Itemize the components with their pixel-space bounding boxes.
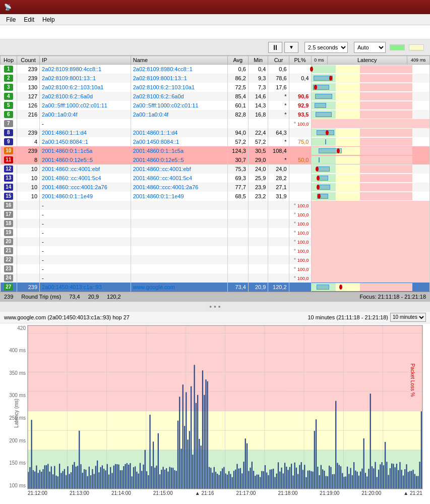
table-row[interactable]: 7-* 100,0 — [1, 119, 430, 128]
status-avg: 73,4 — [69, 294, 80, 300]
status-bar: 239 Round Trip (ms) 73,4 20,9 120,2 Focu… — [0, 292, 430, 302]
graph-time-range: 10 minutes (21:11:18 - 21:21:18) — [308, 314, 388, 320]
menu-edit[interactable]: Edit — [20, 15, 38, 24]
graph-time-select[interactable]: 10 minutes 30 minutes 1 hour — [390, 313, 426, 322]
maximize-button[interactable] — [403, 3, 414, 12]
latency-good-legend — [390, 44, 405, 50]
table-row[interactable]: 23-* 100,0 — [1, 264, 430, 273]
col-cur: Cur — [268, 56, 289, 65]
toolbar: ⏸ ▼ 2.5 seconds 0.5 seconds 1 second 5 s… — [0, 39, 430, 55]
status-count: 239 — [4, 294, 13, 300]
table-row[interactable]: 24-* 100,0 — [1, 273, 430, 283]
col-pl: PL% — [289, 56, 311, 65]
latency-warn-legend — [409, 44, 424, 50]
menu-help[interactable]: Help — [38, 15, 59, 24]
table-row[interactable]: 12102001:4860::cc:4001:ebf2001:4860::cc:… — [1, 164, 430, 174]
table-row[interactable]: 102392001:4860:0:1::1c5a2001:4860:0:1::1… — [1, 146, 430, 155]
app-icon: 📡 — [4, 4, 12, 11]
table-row[interactable]: 19-* 100,0 — [1, 228, 430, 237]
titlebar: 📡 — [0, 0, 430, 14]
pl-axis-title: Packet Loss % — [409, 363, 415, 397]
col-ip: IP — [40, 56, 131, 65]
minimize-button[interactable] — [391, 3, 402, 12]
x-axis: 21:12:00 21:13:00 21:14:00 21:15:00 ▲ 21… — [28, 488, 422, 503]
col-0ms: 0 ms — [311, 56, 327, 65]
interval-select[interactable]: 2.5 seconds 0.5 seconds 1 second 5 secon… — [304, 42, 348, 53]
menu-file[interactable]: File — [2, 15, 20, 24]
divider: • • • — [0, 302, 430, 312]
table-row[interactable]: 17-* 100,0 — [1, 210, 430, 219]
table-row[interactable]: 62162a00::1a0:0:4f2a00::1a0:0:4f82,816,8… — [1, 110, 430, 119]
table-row[interactable]: 272392a00:1450:4013:c1a::93www.google.co… — [1, 283, 430, 292]
graph-title: www.google.com (2a00:1450:4013:c1a::93) … — [4, 314, 130, 320]
graph-area: www.google.com (2a00:1450:4013:c1a::93) … — [0, 312, 430, 505]
table-row[interactable]: 18-* 100,0 — [1, 219, 430, 228]
table-row[interactable]: 21-* 100,0 — [1, 246, 430, 255]
col-name: Name — [131, 56, 227, 65]
col-latency: Latency — [327, 56, 407, 65]
table-row[interactable]: 15102001:4860:0:1::1e492001:4860:0:1::1e… — [1, 192, 430, 201]
table-row[interactable]: 31302a02:8100:6:2::103:10a12a02:8100:6:2… — [1, 83, 430, 92]
table-row[interactable]: 14102001:4860::ccc:4001:2a762001:4860::c… — [1, 183, 430, 192]
table-row[interactable]: 20-* 100,0 — [1, 237, 430, 246]
latency-canvas — [0, 323, 430, 504]
pause-button[interactable]: ⏸ — [268, 42, 282, 53]
promo-bar — [0, 25, 430, 39]
focus-range: Focus: 21:11:18 - 21:21:18 — [360, 294, 426, 300]
col-min: Min — [248, 56, 268, 65]
table-row[interactable]: 942a00:1450:8084::12a00:1450:8084::157,2… — [1, 137, 430, 146]
status-min: 20,9 — [88, 294, 99, 300]
close-button[interactable] — [415, 3, 426, 12]
round-trip-label: Round Trip (ms) — [21, 294, 61, 300]
table-row[interactable]: 1182001:4860:0:12e5::52001:4860:0:12e5::… — [1, 155, 430, 164]
dropdown-button[interactable]: ▼ — [284, 42, 298, 53]
table-row[interactable]: 12392a02:8109:8980:4cc8::12a02:8109:8980… — [1, 65, 430, 74]
table-row[interactable]: 13102001:4860::cc:4001:5c42001:4860::cc:… — [1, 174, 430, 183]
col-hop: Hop — [1, 56, 17, 65]
col-avg: Avg — [227, 56, 248, 65]
trace-table: Hop Count IP Name Avg Min Cur PL% 0 ms L… — [0, 55, 430, 292]
menubar: File Edit Help — [0, 14, 430, 25]
table-row[interactable]: 51262a00::5fff:1000:c02:c01:112a00::5fff… — [1, 101, 430, 110]
table-row[interactable]: 22-* 100,0 — [1, 255, 430, 264]
col-count: Count — [17, 56, 39, 65]
table-row[interactable]: 41272a02:8100:6:2::6a0d2a02:8100:6:2::6a… — [1, 92, 430, 101]
y-axis-title: Latency (ms) — [14, 399, 19, 428]
focus-select[interactable]: Auto 1 ms 5 ms 10 ms 50 ms 100 ms 200 ms — [354, 42, 386, 53]
table-row[interactable]: 16-* 100,0 — [1, 201, 430, 210]
table-row[interactable]: 22392a02:8109:8001:13::12a02:8109:8001:1… — [1, 74, 430, 83]
col-409ms: 409 ms — [407, 56, 429, 65]
status-cur: 120,2 — [107, 294, 121, 300]
table-row[interactable]: 82392001:4860:1::1:d42001:4860:1::1:d494… — [1, 128, 430, 137]
